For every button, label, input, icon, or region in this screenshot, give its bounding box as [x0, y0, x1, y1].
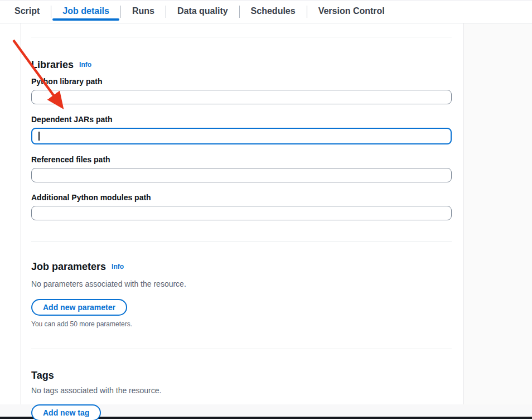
parameters-remaining-hint: You can add 50 more parameters. [31, 320, 452, 328]
section-divider [31, 349, 452, 349]
libraries-heading-text: Libraries [31, 59, 74, 70]
additional-python-modules-path-label: Additional Python modules path [31, 192, 452, 202]
content-panel: LibrariesInfo Python library path Depend… [21, 23, 463, 404]
job-parameters-empty-text: No parameters associated with the resour… [31, 279, 452, 289]
dependent-jars-path-input[interactable] [31, 128, 452, 144]
field-python-library-path: Python library path [31, 76, 452, 104]
additional-python-modules-path-input[interactable] [31, 206, 452, 220]
tab-version-control[interactable]: Version Control [307, 1, 396, 23]
tags-section: Tags No tags associated with the resourc… [31, 369, 452, 420]
job-parameters-section: Job parametersInfo No parameters associa… [31, 260, 452, 328]
job-details-page: Script Job details Runs Data quality Sch… [0, 0, 532, 420]
tab-job-details[interactable]: Job details [51, 1, 120, 23]
right-gutter [463, 23, 532, 404]
field-dependent-jars-path: Dependent JARs path [31, 114, 452, 144]
section-divider [31, 37, 452, 37]
tab-schedules[interactable]: Schedules [240, 1, 307, 23]
tags-heading: Tags [31, 369, 452, 382]
tab-data-quality[interactable]: Data quality [166, 1, 239, 23]
field-additional-python-modules-path: Additional Python modules path [31, 192, 452, 220]
tab-runs[interactable]: Runs [121, 1, 166, 23]
section-divider [31, 241, 452, 242]
job-parameters-heading: Job parametersInfo [31, 260, 452, 274]
referenced-files-path-label: Referenced files path [31, 155, 452, 165]
text-cursor [38, 132, 40, 141]
job-parameters-info-link[interactable]: Info [112, 263, 124, 271]
dependent-jars-path-label: Dependent JARs path [31, 114, 452, 124]
tab-script[interactable]: Script [3, 1, 51, 23]
tab-bar: Script Job details Runs Data quality Sch… [0, 1, 532, 23]
libraries-section: LibrariesInfo Python library path Depend… [31, 59, 452, 220]
left-margin [0, 23, 21, 404]
tags-empty-text: No tags associated with the resource. [31, 385, 452, 395]
python-library-path-label: Python library path [31, 76, 452, 86]
libraries-info-link[interactable]: Info [79, 61, 91, 69]
add-new-tag-button[interactable]: Add new tag [31, 404, 101, 420]
field-referenced-files-path: Referenced files path [31, 155, 452, 182]
referenced-files-path-input[interactable] [31, 168, 452, 182]
libraries-heading: LibrariesInfo [31, 59, 452, 72]
main-area: LibrariesInfo Python library path Depend… [0, 23, 532, 404]
add-new-parameter-button[interactable]: Add new parameter [31, 299, 127, 316]
python-library-path-input[interactable] [31, 90, 452, 104]
job-parameters-heading-text: Job parameters [31, 261, 106, 272]
